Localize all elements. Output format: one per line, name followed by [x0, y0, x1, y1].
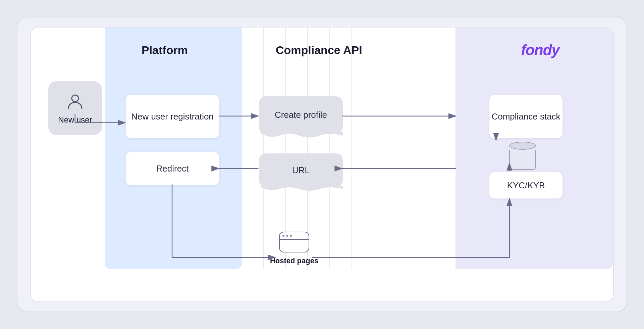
compliance-api-header: Compliance API: [276, 44, 362, 57]
browser-dot-3: [290, 235, 292, 237]
hosted-pages-label: Hosted pages: [270, 256, 318, 265]
redirect-box: Redirect: [125, 152, 219, 185]
kyc-kyb-box: KYC/KYB: [489, 172, 563, 199]
browser-dot-2: [286, 235, 288, 237]
user-icon: [66, 92, 85, 112]
platform-section-bg: [105, 28, 242, 269]
fondy-header: fondy: [521, 42, 559, 58]
create-profile-bubble: Create profile: [259, 96, 343, 133]
svg-point-0: [72, 95, 78, 102]
browser-icon: [279, 232, 309, 252]
db-body: [509, 150, 536, 170]
url-bubble: URL: [259, 153, 343, 187]
registration-box: New user registration: [125, 95, 219, 138]
browser-dot-1: [282, 235, 284, 237]
db-top: [509, 142, 536, 150]
new-user-label: New user: [58, 115, 92, 125]
outer-card: Platform Compliance API fondy New user N…: [17, 17, 627, 312]
platform-header: Platform: [142, 44, 188, 57]
browser-bar: [280, 232, 309, 240]
inner-card: Platform Compliance API fondy New user N…: [30, 27, 614, 302]
database-icon: [509, 142, 536, 172]
compliance-stack-box: Compliance stack: [489, 95, 563, 138]
new-user-box: New user: [48, 81, 102, 135]
hosted-pages-container: Hosted pages: [276, 232, 313, 265]
